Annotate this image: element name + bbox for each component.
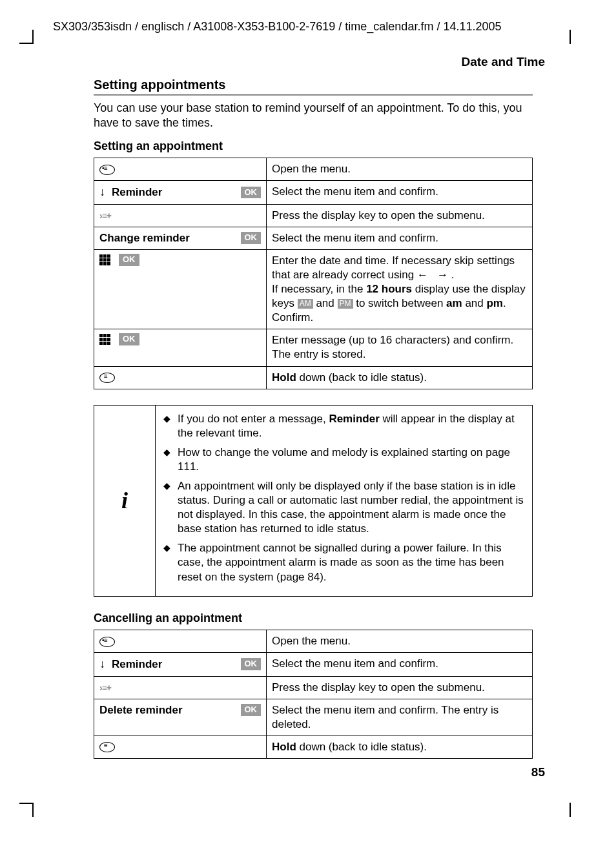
arrow-right-icon: →: [437, 269, 448, 281]
intro-text: You can use your base station to remind …: [94, 101, 533, 131]
table-row: Open the menu.: [94, 630, 533, 653]
menu-open-icon: [99, 637, 115, 647]
text: to switch between: [353, 297, 447, 309]
arrow-down-icon: ↓: [99, 185, 105, 200]
am-badge: AM: [298, 299, 313, 309]
step-desc: Hold down (back to idle status).: [267, 366, 533, 389]
setting-appointment-table: Open the menu. ↓ Reminder OK Select the …: [94, 158, 533, 389]
table-row: OK Enter the date and time. If necessary…: [94, 249, 533, 329]
table-row: Hold down (back to idle status).: [94, 736, 533, 758]
step-desc: Enter the date and time. If necessary sk…: [267, 249, 533, 329]
step-desc: Select the menu item and confirm.: [267, 227, 533, 249]
text: If necessary, in the: [272, 283, 366, 295]
table-row: Open the menu.: [94, 158, 533, 181]
ok-badge: OK: [241, 232, 262, 244]
table-row: Hold down (back to idle status).: [94, 366, 533, 389]
submenu-icon: ›≡+: [99, 682, 111, 694]
info-list: If you do not enter a message, Reminder …: [163, 412, 524, 584]
info-box: i If you do not enter a message, Reminde…: [94, 405, 533, 597]
menu-label: Change reminder: [99, 231, 234, 245]
crop-mark: [570, 30, 571, 44]
table-row: OK Enter message (up to 16 characters) a…: [94, 329, 533, 366]
text: down (back to idle status).: [296, 741, 427, 753]
list-item: How to change the volume and melody is e…: [163, 446, 524, 474]
page-title: Date and Time: [461, 54, 545, 70]
info-icon: i: [94, 405, 156, 596]
keypad-icon: [99, 254, 112, 265]
step-desc: Open the menu.: [267, 630, 533, 653]
text: and: [462, 297, 487, 309]
text: If you do not enter a message,: [178, 413, 329, 425]
crop-mark: [32, 803, 34, 817]
step-desc: Press the display key to open the submen…: [267, 204, 533, 227]
table-row: ↓ Reminder OK Select the menu item and c…: [94, 181, 533, 204]
ok-badge: OK: [241, 704, 262, 716]
submenu-icon: ›≡+: [99, 210, 111, 221]
step-desc: Enter message (up to 16 characters) and …: [267, 329, 533, 366]
table-row: ↓ Reminder OK Select the menu item and c…: [94, 653, 533, 676]
text-bold: pm: [486, 297, 503, 309]
subheading-setting: Setting an appointment: [94, 139, 533, 154]
ok-badge: OK: [119, 254, 139, 266]
list-item: If you do not enter a message, Reminder …: [163, 412, 524, 440]
table-row: Delete reminder OK Select the menu item …: [94, 699, 533, 736]
text-bold: 12 hours: [366, 283, 412, 295]
step-desc: Hold down (back to idle status).: [267, 736, 533, 758]
crop-mark: [32, 30, 34, 44]
text: and: [313, 297, 338, 309]
cancelling-appointment-table: Open the menu. ↓ Reminder OK Select the …: [94, 630, 533, 759]
list-item: An appointment will only be displayed on…: [163, 479, 524, 536]
step-desc: Open the menu.: [267, 158, 533, 181]
crop-mark: [19, 803, 34, 804]
table-row: Change reminder OK Select the menu item …: [94, 227, 533, 249]
text-bold: Hold: [272, 371, 296, 384]
menu-label: Reminder: [112, 185, 234, 200]
page-number: 85: [531, 765, 545, 781]
crop-mark: [19, 43, 34, 44]
text: down (back to idle status).: [296, 371, 427, 384]
menu-label: Delete reminder: [99, 703, 234, 717]
ok-badge: OK: [119, 333, 139, 345]
menu-open-icon: [99, 165, 115, 175]
step-desc: Select the menu item and confirm. The en…: [267, 699, 533, 736]
arrow-down-icon: ↓: [99, 657, 105, 672]
ok-badge: OK: [241, 658, 262, 670]
arrow-left-icon: ←: [417, 269, 428, 281]
step-desc: Select the menu item and confirm.: [267, 653, 533, 676]
pm-badge: PM: [338, 299, 353, 309]
keypad-icon: [99, 334, 112, 345]
step-desc: Press the display key to open the submen…: [267, 676, 533, 699]
menu-close-icon: [99, 373, 115, 383]
table-row: ›≡+ Press the display key to open the su…: [94, 676, 533, 699]
menu-close-icon: [99, 742, 115, 752]
ok-badge: OK: [241, 187, 262, 199]
text-bold: Hold: [272, 741, 296, 753]
list-item: The appointment cannot be signalled duri…: [163, 541, 524, 584]
menu-label: Reminder: [112, 657, 234, 672]
table-row: ›≡+ Press the display key to open the su…: [94, 204, 533, 227]
crop-mark: [570, 803, 571, 817]
header-path: SX303/353isdn / englisch / A31008-X353-B…: [53, 19, 501, 34]
subheading-cancelling: Cancelling an appointment: [94, 611, 533, 626]
step-desc: Select the menu item and confirm.: [267, 181, 533, 204]
text: Enter the date and time. If necessary sk…: [272, 254, 515, 281]
text-bold: am: [446, 297, 462, 309]
text-bold: Reminder: [329, 413, 379, 425]
section-heading: Setting appointments: [94, 76, 533, 96]
